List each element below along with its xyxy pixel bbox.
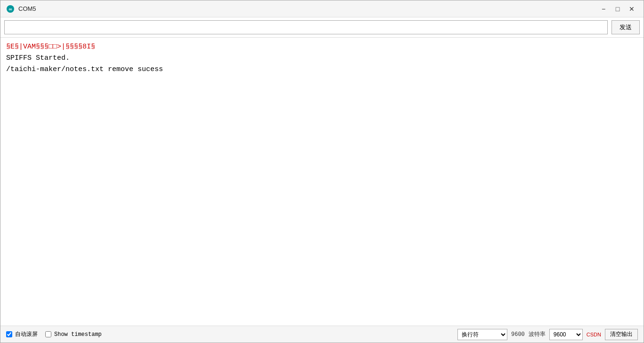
- serial-input[interactable]: [4, 20, 608, 34]
- window-title: COM5: [18, 5, 597, 12]
- input-bar: 发送: [0, 17, 644, 38]
- csdn-label: CSDN: [587, 332, 601, 337]
- console-line: SPIFFS Started.: [6, 53, 638, 64]
- line-ending-select[interactable]: 没有行尾 换行符 回车符 Both NL & CR: [457, 329, 507, 340]
- timestamp-group: Show timestamp: [45, 331, 102, 338]
- baud-rate-value: 9600: [511, 331, 525, 338]
- send-button[interactable]: 发送: [611, 20, 640, 34]
- title-bar: ∞ COM5 − □ ✕: [0, 0, 644, 17]
- app-icon: ∞: [6, 5, 15, 13]
- auto-scroll-label: 自动滚屏: [15, 330, 38, 338]
- auto-scroll-group: 自动滚屏: [6, 330, 38, 338]
- minimize-button[interactable]: −: [597, 4, 610, 14]
- status-bar: 自动滚屏 Show timestamp 没有行尾 换行符 回车符 Both NL…: [0, 326, 644, 343]
- baud-rate-label: 波特率: [529, 330, 546, 338]
- baud-rate-select[interactable]: 300 1200 2400 4800 9600 19200 38400 5760…: [549, 329, 583, 340]
- console-line: /taichi-maker/notes.txt remove sucess: [6, 64, 638, 75]
- serial-monitor-window: ∞ COM5 − □ ✕ 发送 §E§|VAM§§§□□>|§§§§8I§SPI…: [0, 0, 644, 343]
- timestamp-label: Show timestamp: [54, 331, 102, 338]
- window-controls: − □ ✕: [597, 4, 638, 14]
- svg-text:∞: ∞: [8, 7, 12, 12]
- clear-output-button[interactable]: 清空输出: [605, 329, 638, 340]
- console-output: §E§|VAM§§§□□>|§§§§8I§SPIFFS Started./tai…: [0, 38, 644, 326]
- console-line: §E§|VAM§§§□□>|§§§§8I§: [6, 41, 638, 53]
- close-button[interactable]: ✕: [626, 4, 638, 14]
- auto-scroll-checkbox[interactable]: [6, 331, 12, 337]
- timestamp-checkbox[interactable]: [45, 331, 51, 337]
- status-bar-right: 没有行尾 换行符 回车符 Both NL & CR 9600 波特率 300 1…: [457, 329, 638, 340]
- maximize-button[interactable]: □: [611, 4, 624, 14]
